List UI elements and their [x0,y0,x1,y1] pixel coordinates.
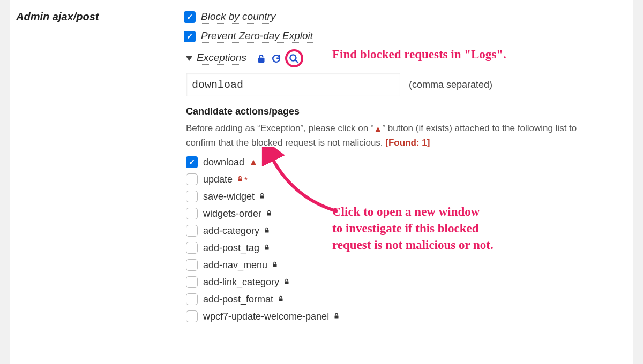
lock-icon [266,209,272,218]
lock-icon [259,192,265,201]
candidate-label: add-category [203,225,259,237]
lock-icon [237,175,243,184]
candidate-checkbox[interactable] [186,225,198,237]
option-label: Block by country [201,11,275,24]
candidate-item[interactable]: wpcf7-update-welcome-panel [186,310,623,322]
lock-icon [264,226,270,236]
caret-down-icon[interactable] [186,56,192,61]
svg-rect-6 [265,230,269,232]
candidate-checkbox[interactable] [186,156,198,168]
candidates-description: Before adding as “Exception”, please cli… [186,122,593,150]
candidate-item[interactable]: add-post_format [186,293,623,305]
unlock-icon[interactable] [256,53,267,64]
candidate-item[interactable]: widgets-order [186,208,623,219]
candidate-checkbox[interactable] [186,191,198,202]
candidate-label: add-link_category [203,277,279,288]
desc-text-pre: Before adding as “Exception”, please cli… [186,123,374,133]
svg-rect-10 [279,298,283,301]
svg-point-1 [290,55,296,60]
candidate-checkbox[interactable] [186,310,198,322]
exceptions-input[interactable] [186,73,400,96]
search-icon[interactable] [289,53,300,64]
svg-rect-9 [285,281,289,284]
option-block-by-country[interactable]: Block by country [184,11,623,24]
svg-rect-0 [259,58,264,62]
candidate-checkbox[interactable] [186,259,198,271]
checkbox-prevent-zeroday[interactable] [184,31,196,42]
option-prevent-zeroday[interactable]: Prevent Zero-day Exploit [184,30,623,43]
candidate-checkbox[interactable] [186,242,198,254]
lock-icon [264,244,270,253]
svg-line-2 [295,59,298,63]
warning-icon: ▲ [374,124,383,133]
found-count-badge: [Found: 1] [385,138,430,148]
exceptions-header[interactable]: Exceptions [184,49,623,67]
settings-panel: Admin ajax/post Block by country Prevent… [10,0,633,364]
candidate-checkbox[interactable] [186,293,198,305]
svg-rect-11 [335,315,339,318]
candidate-label: wpcf7-update-welcome-panel [203,311,329,322]
lock-icon [283,278,290,287]
candidate-item[interactable]: add-link_category [186,276,623,288]
lock-icon [278,295,284,304]
candidate-item[interactable]: save-widget [186,191,623,202]
candidate-label: add-post_format [203,294,273,305]
candidate-label: download [203,157,244,168]
checkbox-block-country[interactable] [184,11,196,23]
candidate-action-list: download▲update*save-widgetwidgets-order… [186,156,623,322]
candidate-checkbox[interactable] [186,173,198,185]
exceptions-hint: (comma separated) [409,79,492,90]
option-label: Prevent Zero-day Exploit [201,30,313,43]
refresh-icon[interactable] [271,53,282,64]
section-body: Block by country Prevent Zero-day Exploi… [184,11,633,364]
candidate-checkbox[interactable] [186,276,198,288]
exceptions-input-row: (comma separated) [186,73,623,96]
lock-icon [333,312,340,321]
candidate-item[interactable]: add-nav_menu [186,259,623,271]
section-title: Admin ajax/post [16,11,99,24]
warning-icon[interactable]: ▲ [249,157,258,168]
candidate-label: save-widget [203,191,255,202]
annotation-highlight-circle [285,49,303,67]
svg-rect-4 [260,195,264,198]
candidate-label: widgets-order [203,208,261,219]
svg-rect-5 [267,213,271,215]
candidate-item[interactable]: add-post_tag [186,242,623,254]
candidates-title: Candidate actions/pages [186,106,623,117]
candidate-label: update [203,174,233,185]
svg-rect-3 [238,178,242,181]
candidate-item[interactable]: download▲ [186,156,623,168]
candidate-label: add-nav_menu [203,260,267,271]
lock-icon [272,261,278,270]
candidate-item[interactable]: update* [186,173,623,185]
candidate-checkbox[interactable] [186,208,198,219]
svg-rect-7 [265,247,269,249]
exceptions-label: Exceptions [197,52,246,65]
candidate-item[interactable]: add-category [186,225,623,237]
asterisk-icon: * [244,175,248,184]
candidate-label: add-post_tag [203,242,259,254]
svg-rect-8 [273,264,277,267]
section-heading-col: Admin ajax/post [10,11,184,364]
